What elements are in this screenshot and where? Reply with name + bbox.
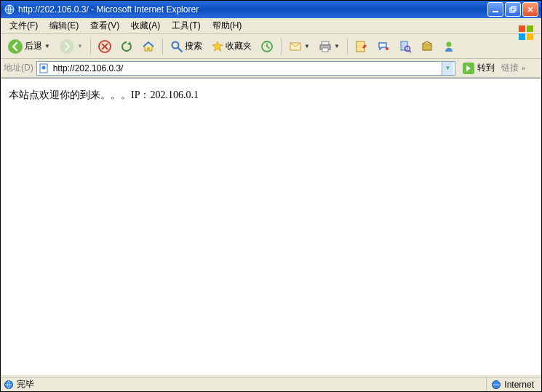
go-label: 转到 (477, 62, 495, 74)
standard-toolbar: 后退 ▼ ▼ 搜索 收藏夹 ▼ ▼ (1, 34, 541, 59)
svg-point-11 (172, 41, 179, 48)
refresh-button[interactable] (116, 37, 137, 56)
close-button[interactable] (522, 2, 538, 17)
menu-view[interactable]: 查看(V) (84, 18, 125, 33)
menu-bar: 文件(F) 编辑(E) 查看(V) 收藏(A) 工具(T) 帮助(H) (1, 18, 541, 34)
page-icon (39, 63, 50, 74)
menu-favorites[interactable]: 收藏(A) (125, 18, 166, 33)
messenger-button[interactable] (439, 37, 459, 56)
svg-rect-16 (322, 48, 328, 52)
internet-zone-icon (491, 380, 501, 390)
restore-button[interactable] (505, 2, 521, 17)
ie-small-icon (4, 380, 14, 390)
svg-rect-5 (527, 25, 533, 32)
address-input[interactable] (53, 63, 442, 73)
address-field[interactable]: ▼ (36, 61, 455, 76)
print-button[interactable]: ▼ (315, 37, 343, 56)
edit-button[interactable] (351, 37, 372, 56)
menu-help[interactable]: 帮助(H) (207, 18, 248, 33)
svg-rect-21 (423, 44, 431, 50)
svg-point-8 (8, 39, 23, 54)
chevron-down-icon: ▼ (44, 43, 50, 49)
svg-rect-14 (322, 41, 329, 45)
svg-rect-4 (519, 25, 525, 32)
svg-point-18 (386, 47, 388, 50)
svg-point-9 (60, 39, 74, 54)
discuss-button[interactable] (373, 37, 394, 56)
separator (162, 39, 163, 55)
menu-edit[interactable]: 编辑(E) (44, 18, 84, 33)
svg-rect-7 (527, 33, 533, 40)
status-bar: 完毕 Internet (1, 377, 541, 391)
search-label: 搜索 (185, 40, 202, 52)
window-buttons (487, 2, 538, 17)
chevron-down-icon: ▼ (304, 43, 310, 49)
body-text: 本站点欢迎你的到来。。。IP：202.106.0.1 (9, 89, 199, 100)
back-button[interactable]: 后退 ▼ (4, 37, 54, 56)
mail-button[interactable]: ▼ (285, 37, 314, 56)
svg-point-22 (447, 41, 452, 47)
chevron-down-icon: ▼ (77, 43, 83, 49)
address-dropdown-button[interactable]: ▼ (442, 62, 453, 75)
title-bar: http://202.106.0.3/ - Microsoft Internet… (1, 1, 541, 18)
links-label[interactable]: 链接 (501, 62, 519, 74)
window-title: http://202.106.0.3/ - Microsoft Internet… (18, 4, 487, 15)
minimize-button[interactable] (487, 2, 503, 17)
ie-icon (4, 4, 15, 15)
links-chevron-icon[interactable]: » (522, 65, 525, 72)
search-button[interactable]: 搜索 (167, 37, 206, 56)
address-bar: 地址(D) ▼ 转到 链接 » (1, 59, 541, 78)
forward-button[interactable]: ▼ (55, 37, 87, 56)
go-button[interactable]: 转到 (458, 60, 498, 76)
svg-rect-6 (519, 33, 525, 40)
home-button[interactable] (138, 37, 159, 56)
back-label: 后退 (25, 40, 42, 52)
svg-point-24 (41, 65, 45, 69)
research-button[interactable] (395, 37, 415, 56)
zone-label: Internet (504, 380, 534, 390)
history-button[interactable] (257, 37, 277, 56)
svg-rect-1 (493, 11, 498, 12)
svg-rect-3 (511, 7, 516, 11)
windows-logo-icon (512, 18, 540, 47)
separator (90, 39, 91, 55)
menu-tools[interactable]: 工具(T) (166, 18, 206, 33)
separator (281, 39, 282, 55)
address-label: 地址(D) (4, 62, 33, 74)
chevron-down-icon: ▼ (334, 43, 340, 49)
extra-button-1[interactable] (417, 37, 437, 56)
favorites-label: 收藏夹 (226, 40, 252, 52)
menu-file[interactable]: 文件(F) (4, 18, 44, 33)
favorites-button[interactable]: 收藏夹 (207, 37, 255, 56)
page-content: 本站点欢迎你的到来。。。IP：202.106.0.1 (1, 78, 541, 375)
separator (347, 39, 348, 55)
stop-button[interactable] (95, 37, 115, 56)
security-zone: Internet (486, 377, 538, 391)
svg-rect-2 (510, 8, 514, 12)
status-text: 完毕 (17, 378, 34, 391)
